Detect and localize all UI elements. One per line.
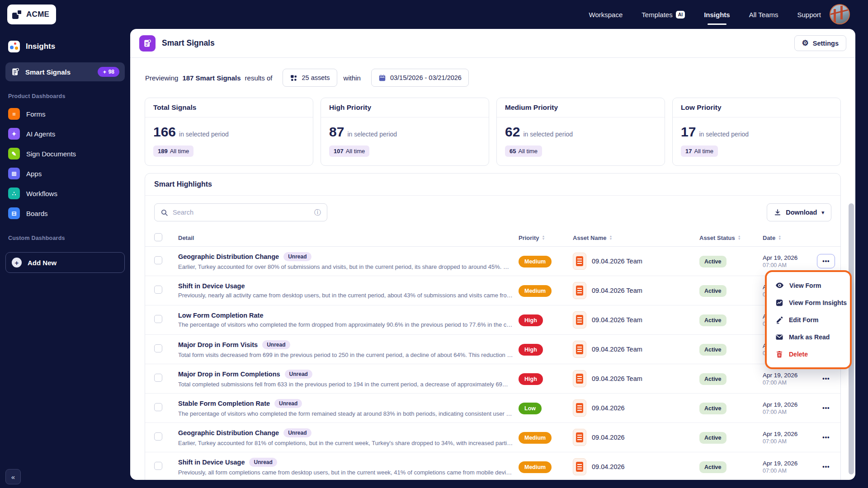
priority-badge: Medium (519, 285, 552, 297)
sidebar-item-label: Boards (26, 210, 48, 217)
sign-documents-icon: ✎ (8, 148, 20, 160)
stat-card: Total Signals 166in selected period 189 … (145, 98, 313, 166)
row-description: Previously, nearly all activity came fro… (178, 292, 519, 299)
search-input[interactable] (173, 209, 310, 216)
sidebar-item-sign-documents[interactable]: ✎ Sign Documents (0, 144, 130, 164)
sort-icon[interactable] (609, 235, 612, 240)
row-title: Geographic Distribution Change (178, 253, 279, 260)
settings-button[interactable]: ⚙ Settings (794, 35, 846, 51)
all-time-value: 17 (685, 148, 692, 155)
row-checkbox[interactable] (154, 256, 162, 264)
acme-logo[interactable]: ACME (7, 5, 56, 24)
row-actions-button[interactable] (817, 430, 835, 445)
assets-chip-label: 25 assets (302, 74, 330, 81)
row-checkbox[interactable] (154, 432, 162, 441)
pencil-icon (775, 316, 783, 324)
row-date: Apr 19, 2026 07:00 AM (763, 372, 817, 386)
stat-caption: in selected period (347, 131, 397, 138)
row-actions-button[interactable] (817, 371, 835, 386)
sort-icon[interactable] (542, 235, 545, 240)
table-body: Geographic Distribution Change Unread Ea… (145, 247, 840, 480)
smart-signals-count-badge: ✦ 98 (98, 67, 119, 77)
row-checkbox[interactable] (154, 374, 162, 382)
row-checkbox[interactable] (154, 462, 162, 470)
table-row[interactable]: Geographic Distribution Change Unread Ea… (145, 423, 840, 452)
row-checkbox[interactable] (154, 403, 162, 411)
all-time-badge: 189 All time (153, 145, 193, 157)
preview-within: within (344, 74, 361, 82)
top-nav-insights[interactable]: Insights (704, 11, 730, 19)
table-row[interactable]: Major Drop in Form Visits Unread Total f… (145, 335, 840, 364)
sidebar-item-forms[interactable]: ≡ Forms (0, 104, 130, 124)
column-date: Date (763, 235, 775, 241)
stat-value: 62 (505, 124, 520, 139)
status-badge: Active (699, 373, 726, 385)
assets-grid-icon (290, 74, 297, 82)
top-nav-support[interactable]: Support (797, 11, 821, 19)
sidebar-collapse-button[interactable]: « (5, 469, 21, 484)
sidebar-item-ai-agents[interactable]: ✦ AI Agents (0, 124, 130, 144)
sidebar-header: Insights (0, 29, 130, 61)
asset-name: 09.04.2026 Team (592, 316, 642, 324)
preview-middle: results of (245, 74, 273, 82)
priority-badge: Medium (519, 461, 552, 473)
sort-icon[interactable] (738, 235, 741, 240)
select-all-checkbox[interactable] (154, 233, 162, 241)
top-nav-workspace[interactable]: Workspace (589, 11, 623, 19)
top-nav-templates[interactable]: Templates AI (642, 11, 685, 19)
row-actions-button[interactable] (817, 401, 835, 415)
top-nav: Workspace Templates AI Insights All Team… (589, 0, 821, 29)
form-icon (573, 458, 586, 475)
table-row[interactable]: Major Drop in Form Completions Unread To… (145, 364, 840, 394)
row-checkbox[interactable] (154, 344, 162, 352)
form-icon (573, 253, 586, 270)
row-date: Apr 19, 2026 07:00 AM (763, 401, 817, 415)
avatar[interactable] (830, 4, 850, 24)
assets-filter-chip[interactable]: 25 assets (283, 69, 337, 87)
table-row[interactable]: Geographic Distribution Change Unread Ea… (145, 247, 840, 276)
table-row[interactable]: Shift in Device Usage Previously, nearly… (145, 276, 840, 305)
row-checkbox[interactable] (154, 286, 162, 294)
smart-highlights-title: Smart Highlights (145, 174, 840, 196)
menu-item-view-form-insights[interactable]: View Form Insights (767, 294, 850, 311)
sidebar-item-smart-signals[interactable]: Smart Signals ✦ 98 (5, 62, 125, 81)
unread-badge: Unread (283, 428, 311, 437)
row-actions-button[interactable] (817, 460, 835, 474)
row-actions-button[interactable] (817, 254, 835, 268)
trash-icon (775, 350, 783, 358)
top-nav-label: Support (797, 11, 821, 19)
table-row[interactable]: Stable Form Completion Rate Unread The p… (145, 394, 840, 423)
envelope-icon (775, 333, 783, 341)
top-nav-all-teams[interactable]: All Teams (749, 11, 778, 19)
menu-item-edit-form[interactable]: Edit Form (767, 311, 850, 328)
sort-icon[interactable] (778, 235, 781, 240)
download-button[interactable]: Download ▾ (767, 203, 831, 221)
menu-item-view-form[interactable]: View Form (767, 277, 850, 294)
all-time-label: All time (518, 148, 538, 155)
column-asset-name: Asset Name (573, 235, 606, 241)
form-icon (573, 341, 586, 358)
search-icon (160, 209, 168, 216)
chevron-down-icon: ▾ (821, 210, 824, 216)
main-panel: Smart Signals ⚙ Settings Previewing 187 … (130, 29, 855, 480)
status-badge: Active (699, 285, 726, 297)
table-row[interactable]: Shift in Device Usage Unread Previously,… (145, 452, 840, 480)
table-row[interactable]: Low Form Completion Rate The percentage … (145, 305, 840, 335)
stat-value: 17 (681, 124, 696, 139)
date-range-chip[interactable]: 03/15/2026 - 03/21/2026 (371, 69, 469, 87)
sidebar-item-boards[interactable]: ⊟ Boards (0, 203, 130, 223)
stat-card: Medium Priority 62in selected period 65 … (496, 98, 665, 166)
menu-item-delete[interactable]: Delete (767, 346, 850, 363)
menu-item-mark-as-read[interactable]: Mark as Read (767, 328, 850, 346)
preview-count: 187 Smart Signals (182, 74, 241, 82)
row-checkbox[interactable] (154, 315, 162, 323)
stat-card-title: Medium Priority (497, 98, 665, 117)
sidebar-item-apps[interactable]: ⊞ Apps (0, 164, 130, 183)
info-icon: ⓘ (314, 208, 321, 217)
add-new-button[interactable]: + Add New (5, 252, 125, 273)
row-context-menu: View Form View Form Insights Edit Form M… (765, 270, 852, 369)
sidebar-item-label: Sign Documents (26, 150, 76, 158)
sidebar-item-workflows[interactable]: ∴ Workflows (0, 183, 130, 203)
workflows-icon: ∴ (8, 188, 20, 199)
row-title: Shift in Device Usage (178, 459, 245, 466)
